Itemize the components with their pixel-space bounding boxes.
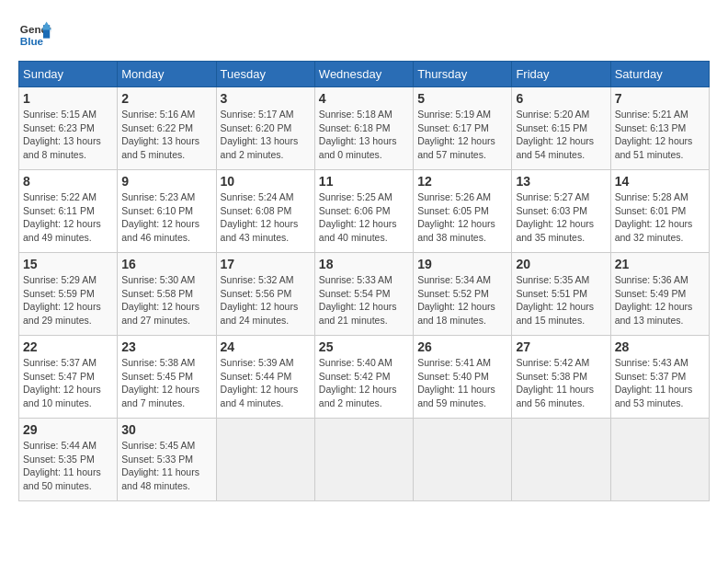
day-number: 7 <box>615 91 705 106</box>
calendar-cell: 15Sunrise: 5:29 AMSunset: 5:59 PMDayligh… <box>19 253 118 336</box>
day-info: Sunrise: 5:16 AMSunset: 6:22 PMDaylight:… <box>121 108 211 162</box>
calendar-cell <box>610 419 709 501</box>
day-number: 19 <box>417 257 507 271</box>
day-info: Sunrise: 5:38 AMSunset: 5:45 PMDaylight:… <box>121 356 211 410</box>
calendar-cell <box>216 419 314 501</box>
page-header: General Blue <box>18 18 710 52</box>
calendar-cell: 14Sunrise: 5:28 AMSunset: 6:01 PMDayligh… <box>610 170 709 253</box>
calendar-cell: 5Sunrise: 5:19 AMSunset: 6:17 PMDaylight… <box>414 87 512 170</box>
day-number: 13 <box>516 174 606 189</box>
calendar-cell: 30Sunrise: 5:45 AMSunset: 5:33 PMDayligh… <box>118 419 216 501</box>
day-number: 12 <box>417 174 507 189</box>
calendar-cell: 16Sunrise: 5:30 AMSunset: 5:58 PMDayligh… <box>118 253 216 336</box>
day-number: 8 <box>23 174 113 189</box>
svg-text:Blue: Blue <box>20 35 44 47</box>
day-info: Sunrise: 5:19 AMSunset: 6:17 PMDaylight:… <box>417 108 507 162</box>
day-number: 24 <box>221 339 311 354</box>
calendar-week-row: 8Sunrise: 5:22 AMSunset: 6:11 PMDaylight… <box>19 170 710 253</box>
calendar-table: SundayMondayTuesdayWednesdayThursdayFrid… <box>18 61 710 501</box>
calendar-cell: 4Sunrise: 5:18 AMSunset: 6:18 PMDaylight… <box>314 87 413 170</box>
day-number: 28 <box>615 339 705 354</box>
calendar-cell: 1Sunrise: 5:15 AMSunset: 6:23 PMDaylight… <box>19 87 118 170</box>
day-number: 30 <box>121 422 211 437</box>
calendar-cell: 25Sunrise: 5:40 AMSunset: 5:42 PMDayligh… <box>314 336 413 419</box>
day-info: Sunrise: 5:27 AMSunset: 6:03 PMDaylight:… <box>516 190 606 245</box>
day-number: 26 <box>417 339 507 354</box>
day-info: Sunrise: 5:44 AMSunset: 5:35 PMDaylight:… <box>23 439 113 493</box>
calendar-cell: 29Sunrise: 5:44 AMSunset: 5:35 PMDayligh… <box>19 419 118 501</box>
calendar-cell: 10Sunrise: 5:24 AMSunset: 6:08 PMDayligh… <box>216 170 314 253</box>
calendar-cell: 28Sunrise: 5:43 AMSunset: 5:37 PMDayligh… <box>610 336 709 419</box>
day-info: Sunrise: 5:17 AMSunset: 6:20 PMDaylight:… <box>221 108 311 162</box>
day-info: Sunrise: 5:26 AMSunset: 6:05 PMDaylight:… <box>417 190 507 245</box>
day-number: 6 <box>516 91 606 106</box>
day-info: Sunrise: 5:24 AMSunset: 6:08 PMDaylight:… <box>221 190 311 245</box>
weekday-header: Wednesday <box>314 62 413 87</box>
day-info: Sunrise: 5:28 AMSunset: 6:01 PMDaylight:… <box>615 190 705 245</box>
day-number: 22 <box>23 339 113 354</box>
weekday-header: Sunday <box>19 62 118 87</box>
day-info: Sunrise: 5:22 AMSunset: 6:11 PMDaylight:… <box>23 190 113 245</box>
day-info: Sunrise: 5:15 AMSunset: 6:23 PMDaylight:… <box>23 108 113 162</box>
day-info: Sunrise: 5:30 AMSunset: 5:58 PMDaylight:… <box>121 273 211 327</box>
day-info: Sunrise: 5:29 AMSunset: 5:59 PMDaylight:… <box>23 273 113 327</box>
calendar-cell: 7Sunrise: 5:21 AMSunset: 6:13 PMDaylight… <box>610 87 709 170</box>
day-info: Sunrise: 5:37 AMSunset: 5:47 PMDaylight:… <box>23 356 113 410</box>
day-info: Sunrise: 5:23 AMSunset: 6:10 PMDaylight:… <box>121 190 211 245</box>
calendar-cell: 9Sunrise: 5:23 AMSunset: 6:10 PMDaylight… <box>118 170 216 253</box>
day-number: 2 <box>121 91 211 106</box>
day-info: Sunrise: 5:25 AMSunset: 6:06 PMDaylight:… <box>319 190 409 245</box>
day-info: Sunrise: 5:42 AMSunset: 5:38 PMDaylight:… <box>516 356 606 410</box>
calendar-cell: 20Sunrise: 5:35 AMSunset: 5:51 PMDayligh… <box>512 253 610 336</box>
day-number: 4 <box>319 91 409 106</box>
day-number: 18 <box>319 257 409 271</box>
day-info: Sunrise: 5:18 AMSunset: 6:18 PMDaylight:… <box>319 108 409 162</box>
calendar-header: SundayMondayTuesdayWednesdayThursdayFrid… <box>19 62 710 87</box>
calendar-cell <box>314 419 413 501</box>
calendar-cell: 6Sunrise: 5:20 AMSunset: 6:15 PMDaylight… <box>512 87 610 170</box>
day-info: Sunrise: 5:35 AMSunset: 5:51 PMDaylight:… <box>516 273 606 327</box>
day-info: Sunrise: 5:41 AMSunset: 5:40 PMDaylight:… <box>417 356 507 410</box>
calendar-cell: 24Sunrise: 5:39 AMSunset: 5:44 PMDayligh… <box>216 336 314 419</box>
calendar-cell <box>512 419 610 501</box>
day-number: 1 <box>23 91 113 106</box>
weekday-header: Tuesday <box>216 62 314 87</box>
day-info: Sunrise: 5:40 AMSunset: 5:42 PMDaylight:… <box>319 356 409 410</box>
calendar-cell: 19Sunrise: 5:34 AMSunset: 5:52 PMDayligh… <box>414 253 512 336</box>
calendar-cell: 26Sunrise: 5:41 AMSunset: 5:40 PMDayligh… <box>414 336 512 419</box>
day-number: 23 <box>121 339 211 354</box>
day-info: Sunrise: 5:20 AMSunset: 6:15 PMDaylight:… <box>516 108 606 162</box>
logo-icon: General Blue <box>18 18 51 52</box>
calendar-week-row: 29Sunrise: 5:44 AMSunset: 5:35 PMDayligh… <box>19 419 710 501</box>
calendar-cell: 8Sunrise: 5:22 AMSunset: 6:11 PMDaylight… <box>19 170 118 253</box>
weekday-header: Thursday <box>414 62 512 87</box>
day-number: 3 <box>221 91 311 106</box>
day-number: 27 <box>516 339 606 354</box>
weekday-header: Monday <box>118 62 216 87</box>
calendar-week-row: 15Sunrise: 5:29 AMSunset: 5:59 PMDayligh… <box>19 253 710 336</box>
day-info: Sunrise: 5:39 AMSunset: 5:44 PMDaylight:… <box>221 356 311 410</box>
calendar-body: 1Sunrise: 5:15 AMSunset: 6:23 PMDaylight… <box>19 87 710 501</box>
day-number: 16 <box>121 257 211 271</box>
day-number: 17 <box>221 257 311 271</box>
day-info: Sunrise: 5:45 AMSunset: 5:33 PMDaylight:… <box>121 439 211 493</box>
calendar-cell: 13Sunrise: 5:27 AMSunset: 6:03 PMDayligh… <box>512 170 610 253</box>
calendar-cell: 3Sunrise: 5:17 AMSunset: 6:20 PMDaylight… <box>216 87 314 170</box>
calendar-cell: 18Sunrise: 5:33 AMSunset: 5:54 PMDayligh… <box>314 253 413 336</box>
day-info: Sunrise: 5:32 AMSunset: 5:56 PMDaylight:… <box>221 273 311 327</box>
calendar-cell: 17Sunrise: 5:32 AMSunset: 5:56 PMDayligh… <box>216 253 314 336</box>
day-number: 25 <box>319 339 409 354</box>
day-info: Sunrise: 5:34 AMSunset: 5:52 PMDaylight:… <box>417 273 507 327</box>
day-number: 29 <box>23 422 113 437</box>
calendar-cell: 23Sunrise: 5:38 AMSunset: 5:45 PMDayligh… <box>118 336 216 419</box>
day-number: 9 <box>121 174 211 189</box>
day-number: 20 <box>516 257 606 271</box>
day-info: Sunrise: 5:33 AMSunset: 5:54 PMDaylight:… <box>319 273 409 327</box>
weekday-header: Friday <box>512 62 610 87</box>
day-number: 11 <box>319 174 409 189</box>
day-number: 14 <box>615 174 705 189</box>
calendar-cell: 22Sunrise: 5:37 AMSunset: 5:47 PMDayligh… <box>19 336 118 419</box>
calendar-cell: 21Sunrise: 5:36 AMSunset: 5:49 PMDayligh… <box>610 253 709 336</box>
calendar-cell <box>414 419 512 501</box>
weekday-header: Saturday <box>610 62 709 87</box>
